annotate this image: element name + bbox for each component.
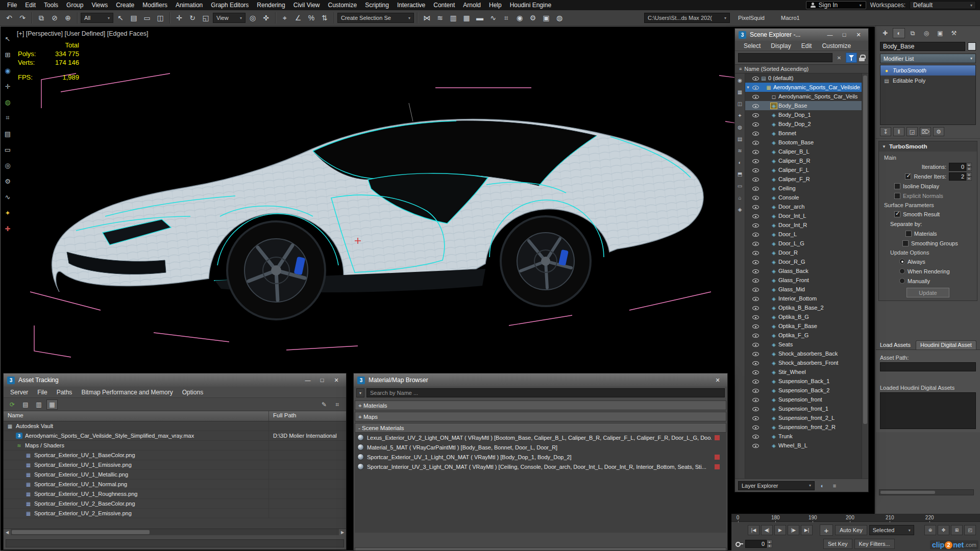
scene-search-input[interactable] xyxy=(738,53,832,62)
table-view-icon[interactable]: ▦ xyxy=(46,399,58,410)
visibility-eye-icon[interactable] xyxy=(752,415,759,421)
asset-menu-server[interactable]: Server xyxy=(6,389,33,396)
toggle-layer-explorer-icon[interactable]: ▦ xyxy=(460,12,473,24)
asset-row-maps-shaders[interactable]: ≋Maps / Shaders xyxy=(4,441,346,450)
go-to-end-button[interactable]: ▶| xyxy=(801,525,813,535)
key-filter-selected-dropdown[interactable]: Selected ▾ xyxy=(869,525,914,535)
menu-help[interactable]: Help xyxy=(485,1,506,10)
viewport-label[interactable]: [+] [Perspective] [User Defined] [Edged … xyxy=(17,30,148,37)
select-object-icon[interactable]: ↖ xyxy=(114,12,127,24)
scene-row-shock-absorbers-back[interactable]: Shock_absorbers_Back xyxy=(745,349,862,358)
scene-row-door-r-g[interactable]: Door_R_G xyxy=(745,257,862,266)
sign-in-button[interactable]: Sign In ▾ xyxy=(806,1,866,9)
visibility-eye-icon[interactable] xyxy=(752,158,759,164)
visibility-eye-icon[interactable] xyxy=(752,378,759,384)
scene-row-door-int-r[interactable]: Door_Int_R xyxy=(745,220,862,230)
curve-editor-icon[interactable]: ∿ xyxy=(487,12,499,24)
scene-row-caliper-b-l[interactable]: Caliper_B_L xyxy=(745,147,862,156)
material-row-sportcar-exterior-uv-1-light-on-mat[interactable]: Sportcar_Exterior_UV_1_Light_ON_MAT ( VR… xyxy=(355,452,726,462)
orbit-tool-icon[interactable]: ◉ xyxy=(3,65,13,76)
browser-options-icon[interactable]: ▾ xyxy=(356,388,364,397)
select-and-move-icon[interactable]: ✛ xyxy=(173,12,185,24)
visibility-eye-icon[interactable] xyxy=(752,121,759,127)
render-iters-spinner[interactable]: 2 ▴▾ xyxy=(949,172,972,181)
asset-menu-bitmap-performance-and-memory[interactable]: Bitmap Performance and Memory xyxy=(77,389,177,396)
explorer-menu-edit[interactable]: Edit xyxy=(797,42,817,49)
name-column-header[interactable]: Name xyxy=(4,411,269,421)
render-setup-icon[interactable]: ⚙ xyxy=(527,12,539,24)
auto-key-button[interactable]: Auto Key xyxy=(835,525,867,535)
visibility-eye-icon[interactable] xyxy=(752,406,759,412)
menu-arnold[interactable]: Arnold xyxy=(459,1,485,10)
visibility-eye-icon[interactable] xyxy=(752,286,759,292)
asset-menu-file[interactable]: File xyxy=(33,389,52,396)
render-iters-checkbox[interactable] xyxy=(905,173,911,180)
scene-row-body-dop-2[interactable]: Body_Dop_2 xyxy=(745,119,862,129)
scene-row-suspension-front-2-l[interactable]: Suspension_front_2_L xyxy=(745,413,862,422)
menu-group[interactable]: Group xyxy=(62,1,87,10)
visibility-eye-icon[interactable] xyxy=(752,222,759,228)
always-radio[interactable] xyxy=(899,259,905,264)
scene-row-suspension-front-1[interactable]: Suspension_front_1 xyxy=(745,404,862,413)
undo-icon[interactable]: ↶ xyxy=(3,12,15,24)
menu-houdini-engine[interactable]: Houdini Engine xyxy=(506,1,555,10)
key-filters-button[interactable]: Key Filters... xyxy=(854,539,895,549)
toggle-ribbon-icon[interactable]: ▬ xyxy=(474,12,486,24)
workspace-selector[interactable]: Default ▾ xyxy=(910,1,976,9)
filter-funnel-button[interactable] xyxy=(846,53,857,63)
visibility-eye-icon[interactable] xyxy=(752,103,759,109)
visibility-eye-icon[interactable] xyxy=(752,167,759,173)
visibility-eye-icon[interactable] xyxy=(752,194,759,201)
display-groups-icon[interactable]: ◐ xyxy=(737,159,744,166)
next-frame-button[interactable]: |▶ xyxy=(788,525,799,535)
spinner-snap-icon[interactable]: ⇅ xyxy=(318,12,331,24)
play-button[interactable]: ▶ xyxy=(774,525,786,535)
loaded-assets-list[interactable] xyxy=(880,392,976,429)
rendered-frame-icon[interactable]: ▣ xyxy=(540,12,552,24)
maps-section-header[interactable]: + Maps xyxy=(355,412,726,421)
render-tool-icon[interactable]: ◍ xyxy=(3,97,13,107)
scene-row-wheel-b-l[interactable]: Wheel_B_L xyxy=(745,441,862,450)
close-button[interactable]: ✕ xyxy=(852,30,865,39)
visibility-eye-icon[interactable] xyxy=(752,305,759,311)
asset-menu-options[interactable]: Options xyxy=(178,389,208,396)
asset-table-hscrollbar[interactable]: ◀ ▶ xyxy=(4,529,346,535)
scene-row-seats[interactable]: Seats xyxy=(745,340,862,349)
close-button[interactable]: ✕ xyxy=(712,375,724,385)
scene-row-suspension-back-1[interactable]: Suspension_Back_1 xyxy=(745,377,862,386)
zoom-tool-icon[interactable]: ⊞ xyxy=(3,49,13,60)
current-frame-spinner[interactable]: 0 ▴▾ xyxy=(745,540,772,548)
scene-materials-section-header[interactable]: - Scene Materials xyxy=(355,423,726,433)
load-assets-button[interactable]: Load Assets xyxy=(879,342,913,349)
visibility-eye-icon[interactable] xyxy=(752,130,759,136)
smoothing-groups-checkbox[interactable] xyxy=(902,240,909,246)
material-search-input[interactable]: Search by Name ... xyxy=(366,388,725,397)
when-rendering-radio[interactable] xyxy=(899,268,905,274)
visibility-eye-icon[interactable] xyxy=(752,268,759,274)
select-and-link-icon[interactable]: ⧉ xyxy=(35,12,47,24)
move-tool-icon[interactable]: ✛ xyxy=(3,81,13,91)
asset-row-autodesk-vault[interactable]: ▦Autodesk Vault xyxy=(4,421,346,431)
iterations-spinner[interactable]: 0 ▴▾ xyxy=(949,163,972,171)
materials-section-header[interactable]: + Materials xyxy=(355,400,726,410)
scroll-right-icon[interactable]: ▶ xyxy=(339,529,346,535)
menu-modifiers[interactable]: Modifiers xyxy=(138,1,172,10)
pin-stack-icon[interactable]: ↧ xyxy=(880,127,891,136)
star-tool-icon[interactable]: ✦ xyxy=(3,208,13,218)
scene-row-optika-b-g[interactable]: Optika_B_G xyxy=(745,312,862,321)
settings-tool-icon[interactable]: ⚙ xyxy=(3,176,13,186)
visibility-eye-icon[interactable] xyxy=(752,341,759,347)
create-tab-icon[interactable]: ✚ xyxy=(879,28,891,38)
visibility-eye-icon[interactable] xyxy=(752,75,759,81)
modifier-editable-poly[interactable]: Editable Poly xyxy=(880,76,975,86)
material-editor-icon[interactable]: ◉ xyxy=(513,12,526,24)
hierarchy-tab-icon[interactable]: ⧉ xyxy=(906,28,919,38)
visibility-eye-icon[interactable] xyxy=(752,350,759,357)
visibility-eye-icon[interactable] xyxy=(752,139,759,145)
time-ruler[interactable]: 0180190200210220 xyxy=(731,514,980,522)
modify-tab-icon[interactable]: ◐ xyxy=(893,28,905,38)
minimize-button[interactable]: — xyxy=(824,30,836,39)
make-unique-icon[interactable]: ◲ xyxy=(906,127,918,136)
visibility-eye-icon[interactable] xyxy=(752,112,759,118)
scene-row-body-dop-1[interactable]: Body_Dop_1 xyxy=(745,110,862,119)
